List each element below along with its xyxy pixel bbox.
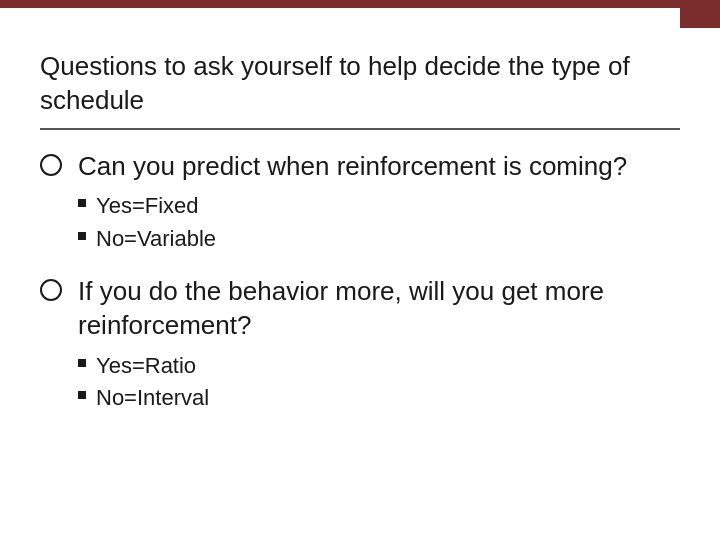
- slide-content: Questions to ask yourself to help decide…: [0, 20, 720, 540]
- bullet-circle-2: [40, 279, 62, 301]
- sub-bullet-1-2: [78, 232, 86, 240]
- sub-item-2-2-label: No=Interval: [96, 383, 209, 414]
- question-2-body: If you do the behavior more, will you ge…: [78, 275, 680, 416]
- question-1-body: Can you predict when reinforcement is co…: [78, 150, 627, 257]
- sub-item-1-1: Yes=Fixed: [78, 191, 627, 222]
- sub-item-2-1: Yes=Ratio: [78, 351, 680, 382]
- question-item-1: Can you predict when reinforcement is co…: [40, 150, 680, 257]
- sub-item-2-1-label: Yes=Ratio: [96, 351, 196, 382]
- title-divider: [40, 128, 680, 130]
- sub-item-1-2: No=Variable: [78, 224, 627, 255]
- sub-item-1-1-label: Yes=Fixed: [96, 191, 199, 222]
- top-right-accent: [680, 0, 720, 28]
- question-item-2: If you do the behavior more, will you ge…: [40, 275, 680, 416]
- question-1-sublist: Yes=Fixed No=Variable: [78, 191, 627, 255]
- bullet-circle-1: [40, 154, 62, 176]
- question-2-sublist: Yes=Ratio No=Interval: [78, 351, 680, 415]
- question-1-text: Can you predict when reinforcement is co…: [78, 150, 627, 184]
- top-accent-bar: [0, 0, 720, 8]
- sub-bullet-1-1: [78, 199, 86, 207]
- slide-title: Questions to ask yourself to help decide…: [40, 50, 680, 118]
- question-2-text: If you do the behavior more, will you ge…: [78, 275, 680, 343]
- questions-block: Can you predict when reinforcement is co…: [40, 150, 680, 417]
- slide: Questions to ask yourself to help decide…: [0, 0, 720, 540]
- sub-item-2-2: No=Interval: [78, 383, 680, 414]
- sub-bullet-2-2: [78, 391, 86, 399]
- sub-item-1-2-label: No=Variable: [96, 224, 216, 255]
- sub-bullet-2-1: [78, 359, 86, 367]
